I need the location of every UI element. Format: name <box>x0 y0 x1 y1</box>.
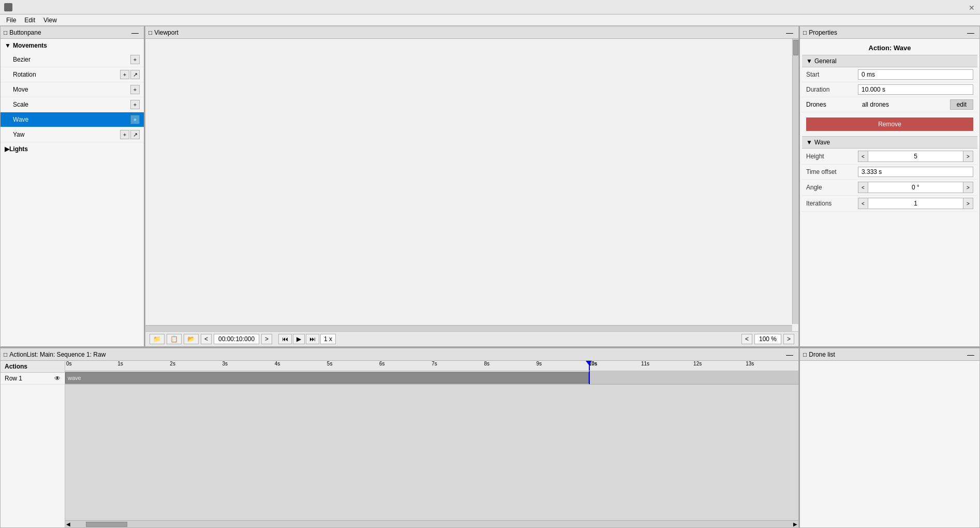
drone-list-title-label: Drone list <box>809 351 835 358</box>
movement-bezier[interactable]: Bezier + <box>1 52 144 67</box>
actions-sidebar: Actions Row 1 👁 <box>1 361 65 527</box>
drone-list-minimize[interactable]: — <box>965 350 976 359</box>
viewport-panel: □ Viewport — <box>145 26 799 347</box>
movements-label: Movements <box>13 42 47 49</box>
timeline-scrollbar-h[interactable]: ◀ ▶ <box>65 520 798 527</box>
menu-edit[interactable]: Edit <box>20 16 39 25</box>
rotation-add-button[interactable]: + <box>120 70 129 79</box>
properties-minimize[interactable]: — <box>965 28 976 37</box>
remove-row: Remove <box>802 112 977 136</box>
tick-12s: 12s <box>693 361 702 366</box>
duration-value[interactable]: 10.000 s <box>858 84 973 95</box>
zoom-in-button[interactable]: > <box>783 334 794 344</box>
ruler-ticks: 0s 1s 2s 3s 4s 5s 6s 7s 8s 9s 10s <box>65 361 798 371</box>
rewind-button[interactable]: ⏮ <box>278 334 292 344</box>
buttonpane-title-label: Buttonpane <box>9 29 41 36</box>
actions-header: Actions <box>1 361 65 373</box>
tick-13s: 13s <box>746 361 754 366</box>
zoom-controls: < 100 % > <box>741 334 794 344</box>
app-icon <box>4 3 12 11</box>
general-section-header[interactable]: ▼ General <box>802 55 977 67</box>
lights-label: Lights <box>9 145 28 153</box>
ruler-content: 0s 1s 2s 3s 4s 5s 6s 7s 8s 9s 10s <box>65 361 798 371</box>
actionlist-minimize[interactable]: — <box>784 350 795 359</box>
bezier-add-button[interactable]: + <box>130 55 140 64</box>
tick-5s: 5s <box>327 361 333 366</box>
tick-7s: 7s <box>432 361 437 366</box>
height-label: Height <box>806 153 858 160</box>
move-add-button[interactable]: + <box>130 85 140 94</box>
drones-edit-button[interactable]: edit <box>950 99 973 110</box>
vp-btn-folder2[interactable]: 📋 <box>167 334 182 344</box>
start-value[interactable]: 0 ms <box>858 69 973 80</box>
angle-decrement-button[interactable]: < <box>858 182 868 193</box>
vp-btn-folder3[interactable]: 📂 <box>184 334 199 344</box>
timeline-content[interactable]: wave <box>65 371 798 520</box>
scale-add-button[interactable]: + <box>130 100 140 109</box>
lights-header[interactable]: ▶ Lights <box>1 142 144 156</box>
viewport-scrollbar-v[interactable] <box>792 39 798 324</box>
timeoffset-value[interactable]: 3.333 s <box>858 167 973 177</box>
scrollbar-thumb-v <box>793 40 798 55</box>
movements-header[interactable]: ▼ Movements <box>1 39 144 52</box>
play-button[interactable]: ▶ <box>293 334 305 344</box>
movements-arrow: ▼ <box>5 42 11 49</box>
timeline-track-1: wave <box>65 371 798 385</box>
scale-label: Scale <box>13 101 130 108</box>
wave-block[interactable]: wave <box>65 372 589 384</box>
properties-title: □ Properties <box>803 29 837 36</box>
row1-visibility-icon[interactable]: 👁 <box>54 375 61 382</box>
menu-view[interactable]: View <box>39 16 61 25</box>
properties-content: Action: Wave ▼ General Start 0 ms Durati… <box>800 39 979 346</box>
wave-buttons: + <box>130 115 140 124</box>
viewport-title: □ Viewport <box>149 29 179 36</box>
movement-scale[interactable]: Scale + <box>1 97 144 112</box>
movement-rotation[interactable]: Rotation + ↗ <box>1 67 144 82</box>
viewport-header: □ Viewport — <box>145 26 798 39</box>
yaw-expand-button[interactable]: ↗ <box>130 130 140 139</box>
properties-header: □ Properties — <box>800 26 979 39</box>
wave-section-header[interactable]: ▼ Wave <box>802 136 977 149</box>
menu-bar: File Edit View <box>0 14 980 26</box>
drones-label: Drones <box>806 101 858 108</box>
timeline-scroll-thumb[interactable] <box>86 522 127 527</box>
playback-controls: ⏮ ▶ ⏭ 1 x <box>278 334 336 344</box>
viewport-scrollbar-h[interactable] <box>145 325 792 331</box>
remove-button[interactable]: Remove <box>806 118 973 131</box>
fastforward-button[interactable]: ⏭ <box>306 334 319 344</box>
time-next-button[interactable]: > <box>261 334 272 344</box>
movement-yaw[interactable]: Yaw + ↗ <box>1 127 144 142</box>
scroll-left-arrow[interactable]: ◀ <box>66 521 70 527</box>
scroll-right-arrow[interactable]: ▶ <box>793 521 797 527</box>
movement-wave[interactable]: Wave + <box>1 112 144 127</box>
duration-row: Duration 10.000 s <box>802 82 977 97</box>
buttonpane-minimize[interactable]: — <box>129 28 141 37</box>
iterations-increment-button[interactable]: > <box>963 198 973 209</box>
actionlist-header: □ ActionList: Main: Sequence 1: Raw — <box>1 348 798 361</box>
rotation-expand-button[interactable]: ↗ <box>130 70 140 79</box>
height-decrement-button[interactable]: < <box>858 151 868 162</box>
yaw-add-button[interactable]: + <box>120 130 129 139</box>
start-label: Start <box>806 71 858 78</box>
iterations-decrement-button[interactable]: < <box>858 198 868 209</box>
height-increment-button[interactable]: > <box>963 151 973 162</box>
buttonpane-header: □ Buttonpane — <box>1 26 144 39</box>
menu-file[interactable]: File <box>2 16 20 25</box>
vp-btn-folder1[interactable]: 📁 <box>150 334 165 344</box>
wave-block-label: wave <box>68 375 81 381</box>
tick-0s: 0s <box>65 361 72 366</box>
buttonpane-panel: □ Buttonpane — ▼ Movements Bezier + <box>0 26 145 347</box>
wave-add-button[interactable]: + <box>130 115 140 124</box>
drone-list-panel: □ Drone list — <box>799 348 980 528</box>
bottom-row: □ ActionList: Main: Sequence 1: Raw — Ac… <box>0 347 980 528</box>
angle-increment-button[interactable]: > <box>963 182 973 193</box>
movement-move[interactable]: Move + <box>1 82 144 97</box>
tick-8s: 8s <box>484 361 489 366</box>
bezier-buttons: + <box>130 55 140 64</box>
viewport-minimize[interactable]: — <box>784 28 795 37</box>
time-prev-button[interactable]: < <box>201 334 212 344</box>
time-display: 00:00:10:000 <box>214 334 259 344</box>
action-row-1: Row 1 👁 <box>1 373 65 385</box>
zoom-out-button[interactable]: < <box>741 334 752 344</box>
close-button[interactable]: ✕ <box>969 4 976 11</box>
